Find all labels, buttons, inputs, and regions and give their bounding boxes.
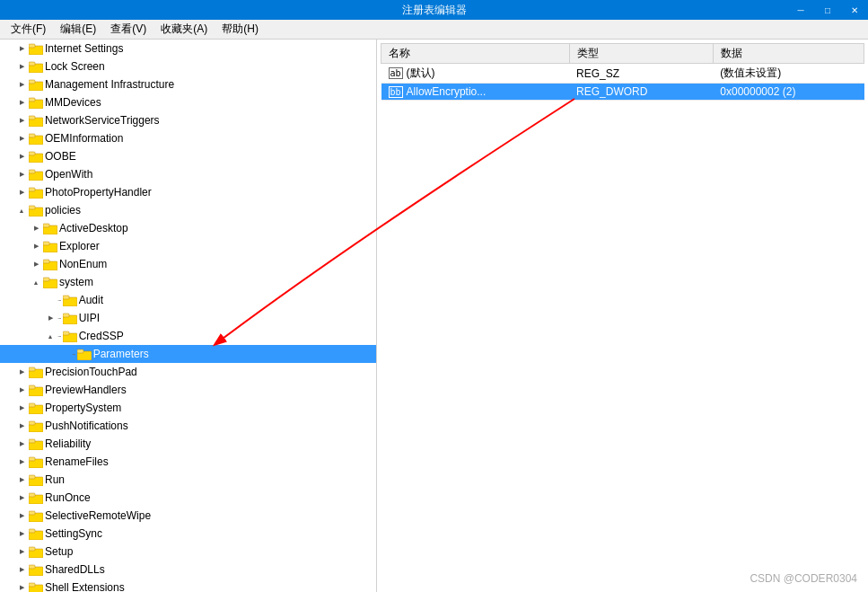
tree-item-rename-files[interactable]: ▶ RenameFiles <box>0 453 376 471</box>
title-bar: 注册表编辑器 ─ □ ✕ <box>0 0 868 20</box>
tree-label-lock-screen: Lock Screen <box>45 60 105 73</box>
expand-btn-parameters[interactable] <box>57 347 72 361</box>
tree-item-preview-handlers[interactable]: ▶ PreviewHandlers <box>0 381 376 399</box>
tree-item-internet-settings[interactable]: ▶ Internet Settings <box>0 40 376 57</box>
tree-item-management-infrastructure[interactable]: ▶ Management Infrastructure <box>0 75 376 93</box>
expand-btn-network-service-triggers[interactable]: ▶ <box>14 113 29 128</box>
tree-item-explorer[interactable]: ▶ Explorer <box>0 237 376 255</box>
tree-item-lock-screen[interactable]: ▶ Lock Screen <box>0 57 376 75</box>
expand-btn-oobe[interactable]: ▶ <box>14 149 29 163</box>
table-row[interactable]: bbAllowEncryptio...REG_DWORD0x00000002 (… <box>381 84 864 101</box>
tree-item-system[interactable]: ▲ system <box>0 273 376 291</box>
expand-btn-push-notifications[interactable]: ▶ <box>14 419 29 433</box>
table-row[interactable]: ab(默认)REG_SZ(数值未设置) <box>381 64 864 84</box>
tree-label-management-infrastructure: Management Infrastructure <box>45 78 174 91</box>
expand-btn-shared-dlls[interactable]: ▶ <box>14 562 29 577</box>
tree-item-mmdevices[interactable]: ▶ MMDevices <box>0 93 376 111</box>
tree-item-policies[interactable]: ▲ policies <box>0 201 376 219</box>
folder-icon-cred-ssp <box>63 330 77 342</box>
tree-item-selective-remote-wipe[interactable]: ▶ SelectiveRemoteWipe <box>0 507 376 525</box>
tree-label-open-with: OpenWith <box>45 168 92 181</box>
expand-btn-mmdevices[interactable]: ▶ <box>14 95 29 110</box>
expand-btn-setup[interactable]: ▶ <box>14 544 29 559</box>
folder-icon-management-infrastructure <box>29 78 43 91</box>
folder-icon-photo-property-handler <box>29 186 43 199</box>
folder-icon-system <box>43 276 57 288</box>
svg-rect-33 <box>63 331 69 335</box>
expand-btn-property-system[interactable]: ▶ <box>14 401 29 415</box>
expand-btn-reliability[interactable]: ▶ <box>14 437 29 451</box>
tree-item-shared-dlls[interactable]: ▶ SharedDLLs <box>0 561 376 579</box>
expand-btn-non-enum[interactable]: ▶ <box>29 257 43 271</box>
tree-item-open-with[interactable]: ▶ OpenWith <box>0 165 376 183</box>
expand-btn-uipi[interactable]: ▶ <box>43 311 57 325</box>
expand-btn-shell-extensions[interactable]: ▶ <box>14 580 29 592</box>
expand-btn-cred-ssp[interactable]: ▲ <box>43 329 57 343</box>
expand-btn-active-desktop[interactable]: ▶ <box>29 221 43 235</box>
svg-rect-35 <box>77 349 83 353</box>
close-button[interactable]: ✕ <box>841 0 868 20</box>
expand-btn-selective-remote-wipe[interactable]: ▶ <box>14 508 29 523</box>
expand-btn-internet-settings[interactable]: ▶ <box>14 41 29 56</box>
expand-btn-system[interactable]: ▲ <box>29 275 43 289</box>
expand-btn-management-infrastructure[interactable]: ▶ <box>14 77 29 92</box>
expand-btn-preview-handlers[interactable]: ▶ <box>14 383 29 397</box>
svg-rect-59 <box>29 565 35 569</box>
tree-item-setting-sync[interactable]: ▶ SettingSync <box>0 525 376 543</box>
tree-item-oobe[interactable]: ▶ OOBE <box>0 147 376 165</box>
svg-rect-3 <box>29 62 35 66</box>
svg-rect-37 <box>29 367 35 371</box>
folder-icon-explorer <box>43 240 57 252</box>
folder-icon-rename-files <box>29 455 43 468</box>
svg-rect-43 <box>29 421 35 425</box>
expand-btn-run[interactable]: ▶ <box>14 473 29 487</box>
menu-help[interactable]: 帮助(H) <box>215 20 266 39</box>
tree-label-non-enum: NonEnum <box>59 258 107 270</box>
tree-item-photo-property-handler[interactable]: ▶ PhotoPropertyHandler <box>0 183 376 201</box>
expand-btn-oem-information[interactable]: ▶ <box>14 131 29 146</box>
tree-item-active-desktop[interactable]: ▶ ActiveDesktop <box>0 219 376 237</box>
tree-item-parameters[interactable]: ··· Parameters <box>0 345 376 363</box>
expand-btn-audit[interactable] <box>43 293 57 307</box>
tree-label-audit: Audit <box>79 294 103 306</box>
tree-item-precision-touchpad[interactable]: ▶ PrecisionTouchPad <box>0 363 376 381</box>
tree-item-reliability[interactable]: ▶ Reliability <box>0 435 376 453</box>
tree-item-oem-information[interactable]: ▶ OEMInformation <box>0 129 376 147</box>
menu-favorites[interactable]: 收藏夹(A) <box>153 20 215 39</box>
expand-btn-explorer[interactable]: ▶ <box>29 239 43 253</box>
tree-item-shell-extensions[interactable]: ▶ Shell Extensions <box>0 579 376 592</box>
svg-rect-23 <box>43 242 49 245</box>
expand-btn-setting-sync[interactable]: ▶ <box>14 526 29 541</box>
tree-item-run-once[interactable]: ▶ RunOnce <box>0 489 376 507</box>
maximize-button[interactable]: □ <box>814 0 841 20</box>
expand-btn-policies[interactable]: ▲ <box>14 203 29 217</box>
tree-item-uipi[interactable]: ▶··· UIPI <box>0 309 376 327</box>
folder-icon-oobe <box>29 150 43 163</box>
registry-tree[interactable]: ▶ Internet Settings▶ Lock Screen▶ Manage… <box>0 40 377 592</box>
tree-item-non-enum[interactable]: ▶ NonEnum <box>0 255 376 273</box>
expand-btn-rename-files[interactable]: ▶ <box>14 455 29 469</box>
tree-item-audit[interactable]: ··· Audit <box>0 291 376 309</box>
tree-item-run[interactable]: ▶ Run <box>0 471 376 489</box>
svg-rect-31 <box>63 314 69 317</box>
svg-rect-45 <box>29 439 35 443</box>
tree-item-push-notifications[interactable]: ▶ PushNotifications <box>0 417 376 435</box>
tree-label-parameters: Parameters <box>93 348 149 360</box>
expand-btn-lock-screen[interactable]: ▶ <box>14 59 29 74</box>
tree-item-setup[interactable]: ▶ Setup <box>0 543 376 561</box>
tree-item-property-system[interactable]: ▶ PropertySystem <box>0 399 376 417</box>
expand-btn-photo-property-handler[interactable]: ▶ <box>14 185 29 199</box>
tree-dots-audit: ··· <box>57 296 61 305</box>
tree-item-network-service-triggers[interactable]: ▶ NetworkServiceTriggers <box>0 111 376 129</box>
tree-item-cred-ssp[interactable]: ▲··· CredSSP <box>0 327 376 345</box>
folder-icon-network-service-triggers <box>29 114 43 127</box>
menu-edit[interactable]: 编辑(E) <box>53 20 103 39</box>
folder-icon-property-system <box>29 402 43 414</box>
menu-file[interactable]: 文件(F) <box>4 20 53 39</box>
expand-btn-open-with[interactable]: ▶ <box>14 167 29 181</box>
menu-view[interactable]: 查看(V) <box>103 20 153 39</box>
minimize-button[interactable]: ─ <box>787 0 814 20</box>
expand-btn-run-once[interactable]: ▶ <box>14 490 29 505</box>
expand-btn-precision-touchpad[interactable]: ▶ <box>14 365 29 379</box>
tree-label-preview-handlers: PreviewHandlers <box>45 384 127 396</box>
